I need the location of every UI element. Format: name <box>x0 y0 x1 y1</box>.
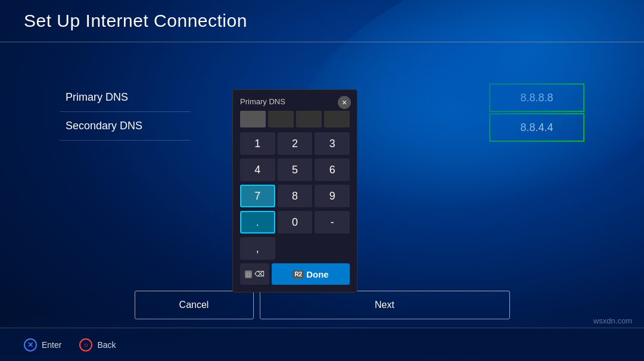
back-label: Back <box>97 340 116 350</box>
keypad-grid-row2: 4 5 6 <box>240 158 350 181</box>
r2-badge: R2 <box>293 270 304 278</box>
keypad-grid-row4: . 0 - <box>240 211 350 234</box>
key-2[interactable]: 2 <box>278 132 313 155</box>
keypad-modal: Primary DNS × 1 2 3 4 5 6 7 8 9 . 0 - , … <box>232 89 357 292</box>
key-5[interactable]: 5 <box>278 158 313 181</box>
keypad-input-segment-1 <box>240 111 266 127</box>
keypad-close-button[interactable]: × <box>338 96 351 109</box>
done-label: Done <box>306 269 329 279</box>
keypad-input-segment-4 <box>324 111 350 127</box>
key-1[interactable]: 1 <box>240 132 275 155</box>
key-backspace[interactable]: □ ⌫ <box>240 263 269 285</box>
key-0[interactable]: 0 <box>278 211 313 234</box>
page-title: Set Up Internet Connection <box>24 11 247 31</box>
dns-fields: Primary DNS Secondary DNS <box>60 83 191 141</box>
key-6[interactable]: 6 <box>315 158 350 181</box>
keypad-input-row <box>240 111 350 127</box>
top-separator <box>0 42 644 42</box>
backspace-icon: ⌫ <box>254 270 265 278</box>
keypad-grid-row1: 1 2 3 <box>240 132 350 155</box>
key-done[interactable]: R2 Done <box>272 263 350 285</box>
keypad-action-row: □ ⌫ R2 Done <box>240 263 350 285</box>
keypad-grid-row3: 7 8 9 <box>240 185 350 207</box>
keypad-input-segment-2 <box>268 111 294 127</box>
primary-dns-label: Primary DNS <box>66 91 185 104</box>
key-4[interactable]: 4 <box>240 158 275 181</box>
watermark: wsxdn.com <box>593 316 632 325</box>
enter-hint: ✕ Enter <box>24 338 61 351</box>
key-dot[interactable]: . <box>240 211 275 234</box>
o-button-icon: ○ <box>79 338 92 351</box>
enter-label: Enter <box>42 340 61 350</box>
x-button-icon: ✕ <box>24 338 37 351</box>
primary-dns-row: Primary DNS <box>60 83 191 112</box>
key-8[interactable]: 8 <box>278 185 313 207</box>
key-9[interactable]: 9 <box>315 185 350 207</box>
keypad-grid-row5: , <box>240 237 350 260</box>
secondary-dns-label: Secondary DNS <box>66 120 185 132</box>
keypad-input-segment-3 <box>296 111 322 127</box>
key-3[interactable]: 3 <box>315 132 350 155</box>
key-comma[interactable]: , <box>240 237 275 260</box>
secondary-dns-row: Secondary DNS <box>60 112 191 141</box>
key-7[interactable]: 7 <box>240 185 275 207</box>
back-hint: ○ Back <box>79 338 116 351</box>
keypad-title: Primary DNS <box>240 97 350 106</box>
bottom-bar: ✕ Enter ○ Back <box>0 328 644 361</box>
x-badge: □ <box>245 270 252 278</box>
key-minus[interactable]: - <box>315 211 350 234</box>
